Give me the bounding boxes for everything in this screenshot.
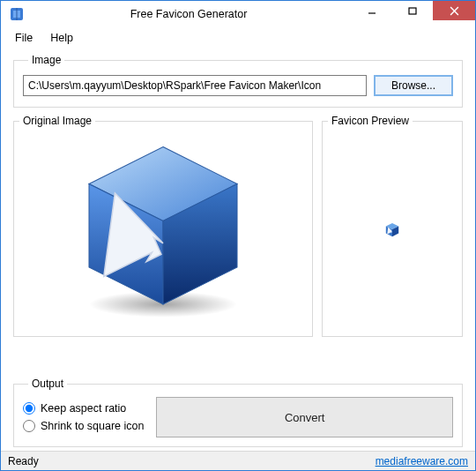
maximize-button[interactable] <box>392 1 433 20</box>
keep-aspect-label: Keep aspect ratio <box>41 402 126 415</box>
titlebar: Free Favicon Generator <box>1 1 475 27</box>
svg-rect-2 <box>409 8 416 14</box>
app-window: Free Favicon Generator File Help Image B… <box>0 0 476 471</box>
output-group-label: Output <box>28 378 67 390</box>
keep-aspect-radio-input[interactable] <box>23 402 35 415</box>
original-image-groupbox: Original Image <box>13 115 313 337</box>
image-path-input[interactable] <box>23 75 367 96</box>
app-title: Free Favicon Generator <box>26 8 352 20</box>
menubar: File Help <box>1 27 475 49</box>
convert-button[interactable]: Convert <box>156 397 453 437</box>
status-link[interactable]: mediafreeware.com <box>376 455 468 467</box>
close-button[interactable] <box>433 1 475 20</box>
preview-row: Original Image <box>13 115 463 370</box>
shrink-square-radio[interactable]: Shrink to square icon <box>23 420 144 432</box>
browse-button[interactable]: Browse... <box>374 75 453 96</box>
shrink-square-radio-input[interactable] <box>23 420 35 432</box>
status-text: Ready <box>8 455 39 467</box>
image-groupbox: Image Browse... <box>13 54 463 108</box>
output-groupbox: Output Keep aspect ratio Shrink to squar… <box>13 378 463 447</box>
statusbar: Ready mediafreeware.com <box>1 451 475 470</box>
content-area: Image Browse... Original Image <box>1 49 475 451</box>
menu-file[interactable]: File <box>15 32 33 44</box>
original-image-preview <box>71 138 256 326</box>
minimize-button[interactable] <box>352 1 392 20</box>
shrink-square-label: Shrink to square icon <box>41 420 144 432</box>
window-controls <box>352 1 475 20</box>
image-group-label: Image <box>28 54 64 66</box>
app-icon <box>8 5 26 23</box>
favicon-preview-label: Favicon Preview <box>328 115 413 127</box>
favicon-preview-image <box>384 222 400 242</box>
menu-help[interactable]: Help <box>50 32 73 44</box>
favicon-preview-groupbox: Favicon Preview <box>322 115 463 337</box>
keep-aspect-radio[interactable]: Keep aspect ratio <box>23 402 144 415</box>
original-image-label: Original Image <box>19 115 95 127</box>
output-radios: Keep aspect ratio Shrink to square icon <box>23 402 144 432</box>
